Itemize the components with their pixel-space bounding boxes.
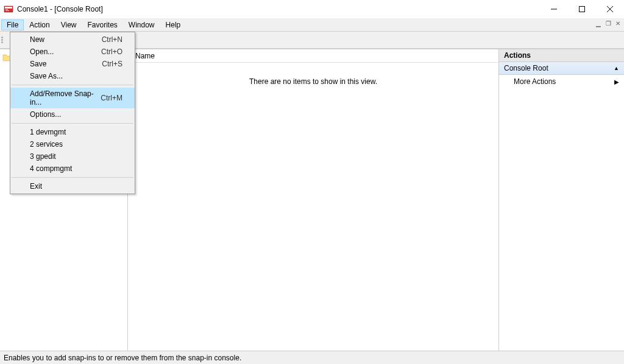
file-save[interactable]: Save Ctrl+S bbox=[10, 58, 135, 70]
statusbar: Enables you to add snap-ins to or remove… bbox=[0, 351, 624, 364]
list-pane: Name There are no items to show in this … bbox=[128, 49, 498, 351]
titlebar: Console1 - [Console Root] bbox=[0, 0, 624, 18]
action-more-actions[interactable]: More Actions ▶ bbox=[499, 75, 624, 88]
file-dropdown: New Ctrl+N Open... Ctrl+O Save Ctrl+S Sa… bbox=[10, 32, 135, 194]
file-options-label: Options... bbox=[30, 110, 61, 119]
list-col-name[interactable]: Name bbox=[132, 51, 158, 61]
file-mru-1[interactable]: 1 devmgmt bbox=[10, 126, 135, 138]
file-add-remove-snapin[interactable]: Add/Remove Snap-in... Ctrl+M bbox=[10, 88, 135, 108]
list-header: Name bbox=[128, 49, 498, 63]
toolbar-grip bbox=[1, 34, 5, 46]
file-mru-4[interactable]: 4 compmgmt bbox=[10, 163, 135, 175]
file-open-shortcut: Ctrl+O bbox=[101, 47, 122, 56]
window-controls bbox=[540, 0, 624, 18]
file-save-as-label: Save As... bbox=[30, 72, 63, 80]
file-open[interactable]: Open... Ctrl+O bbox=[10, 46, 135, 58]
app-icon bbox=[4, 4, 13, 14]
svg-rect-3 bbox=[5, 10, 9, 11]
actions-group-label: Console Root bbox=[504, 64, 548, 72]
list-body: There are no items to show in this view. bbox=[128, 63, 498, 351]
actions-pane: Actions Console Root ▲ More Actions ▶ bbox=[498, 49, 624, 351]
collapse-icon: ▲ bbox=[614, 65, 619, 71]
close-button[interactable] bbox=[596, 0, 624, 18]
file-mru-2[interactable]: 2 services bbox=[10, 138, 135, 150]
file-options[interactable]: Options... bbox=[10, 108, 135, 121]
menu-action[interactable]: Action bbox=[24, 19, 55, 30]
actions-title: Actions bbox=[499, 49, 624, 62]
dropdown-separator bbox=[12, 177, 133, 178]
svg-rect-5 bbox=[580, 7, 585, 12]
dropdown-separator bbox=[12, 123, 133, 124]
menu-window[interactable]: Window bbox=[123, 19, 160, 30]
svg-rect-2 bbox=[5, 9, 8, 10]
file-new-label: New bbox=[30, 35, 44, 44]
file-add-remove-label: Add/Remove Snap-in... bbox=[30, 89, 101, 107]
mdi-controls: ▁ ❐ ✕ bbox=[594, 18, 623, 28]
svg-rect-1 bbox=[5, 7, 12, 9]
submenu-arrow-icon: ▶ bbox=[614, 79, 619, 85]
file-exit[interactable]: Exit bbox=[10, 180, 135, 192]
window-title: Console1 - [Console Root] bbox=[17, 5, 103, 13]
dropdown-separator bbox=[12, 85, 133, 85]
file-save-shortcut: Ctrl+S bbox=[102, 60, 122, 68]
file-mru-3[interactable]: 3 gpedit bbox=[10, 150, 135, 163]
menu-file[interactable]: File bbox=[1, 19, 24, 30]
mdi-close-icon[interactable]: ✕ bbox=[613, 18, 623, 28]
actions-group[interactable]: Console Root ▲ bbox=[499, 62, 624, 75]
menubar: File Action View Favorites Window Help ▁… bbox=[0, 18, 624, 32]
status-text: Enables you to add snap-ins to or remove… bbox=[4, 354, 241, 362]
mdi-restore-icon[interactable]: ❐ bbox=[603, 18, 613, 28]
file-save-label: Save bbox=[30, 60, 46, 68]
menu-help[interactable]: Help bbox=[160, 19, 186, 30]
file-save-as[interactable]: Save As... bbox=[10, 70, 135, 82]
action-more-label: More Actions bbox=[514, 77, 556, 86]
minimize-button[interactable] bbox=[540, 0, 568, 18]
file-open-label: Open... bbox=[30, 47, 54, 56]
menu-view[interactable]: View bbox=[55, 19, 82, 30]
menu-favorites[interactable]: Favorites bbox=[82, 19, 123, 30]
mdi-minimize-icon[interactable]: ▁ bbox=[594, 18, 603, 28]
empty-message: There are no items to show in this view. bbox=[249, 77, 377, 86]
file-add-remove-shortcut: Ctrl+M bbox=[101, 94, 122, 102]
titlebar-left: Console1 - [Console Root] bbox=[4, 4, 103, 14]
file-new[interactable]: New Ctrl+N bbox=[10, 33, 135, 46]
maximize-button[interactable] bbox=[568, 0, 596, 18]
file-new-shortcut: Ctrl+N bbox=[102, 35, 122, 44]
